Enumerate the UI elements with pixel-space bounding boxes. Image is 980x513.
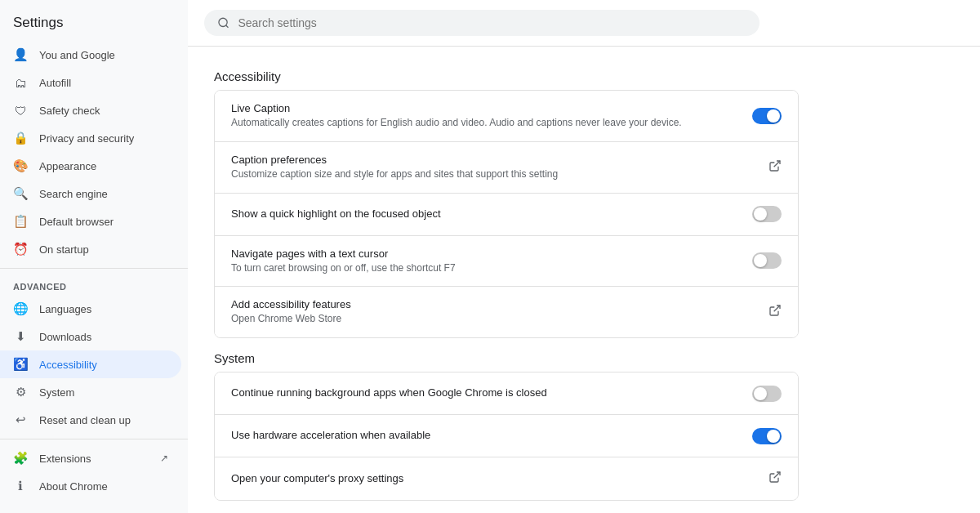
settings-row-hardware-acceleration[interactable]: Use hardware acceleration when available: [215, 415, 798, 457]
continue-running-text: Continue running background apps when Go…: [231, 386, 752, 400]
sidebar-item-default-browser[interactable]: 📋 Default browser: [0, 207, 181, 235]
appearance-label: Appearance: [39, 160, 96, 172]
privacy-and-security-icon: 🔒: [13, 131, 28, 145]
continue-running-toggle[interactable]: [752, 386, 782, 402]
on-startup-icon: ⏰: [13, 242, 28, 256]
autofill-label: Autofill: [39, 77, 71, 89]
sidebar-item-languages[interactable]: 🌐 Languages: [0, 295, 181, 323]
sidebar-item-system[interactable]: ⚙ System: [0, 378, 181, 406]
extensions-external-icon: ↗: [160, 453, 168, 464]
sidebar-item-reset-and-clean-up[interactable]: ↩ Reset and clean up: [0, 406, 181, 434]
languages-icon: 🌐: [13, 301, 28, 316]
safety-check-icon: 🛡: [13, 103, 28, 118]
svg-line-2: [774, 161, 780, 167]
live-caption-action: [752, 108, 782, 124]
search-engine-icon: 🔍: [13, 186, 28, 201]
navigate-pages-toggle[interactable]: [752, 252, 782, 269]
svg-line-4: [774, 472, 780, 478]
settings-row-caption-preferences[interactable]: Caption preferences Customize caption si…: [215, 142, 798, 194]
live-caption-desc: Automatically creates captions for Engli…: [231, 116, 739, 130]
sidebar-divider: [0, 268, 188, 269]
content-area: Accessibility Live Caption Automatically…: [188, 47, 825, 513]
appearance-icon: 🎨: [13, 158, 28, 173]
about-chrome-icon: ℹ: [13, 479, 28, 493]
sidebar-item-safety-check[interactable]: 🛡 Safety check: [0, 96, 181, 124]
sidebar-item-you-and-google[interactable]: 👤 You and Google: [0, 41, 181, 69]
continue-running-title: Continue running background apps when Go…: [231, 386, 739, 399]
reset-and-clean-up-label: Reset and clean up: [39, 414, 131, 426]
settings-row-add-accessibility-features[interactable]: Add accessibility features Open Chrome W…: [215, 287, 798, 337]
add-accessibility-features-external-link-icon[interactable]: [768, 304, 782, 320]
caption-preferences-title: Caption preferences: [231, 154, 755, 166]
sidebar-item-privacy-and-security[interactable]: 🔒 Privacy and security: [0, 124, 181, 152]
hardware-acceleration-text: Use hardware acceleration when available: [231, 429, 752, 443]
system-label: System: [39, 386, 74, 399]
sidebar: Settings 👤 You and Google 🗂 Autofill 🛡 S…: [0, 0, 188, 513]
sidebar-item-downloads[interactable]: ⬇ Downloads: [0, 323, 181, 350]
search-icon: [217, 16, 229, 29]
live-caption-toggle[interactable]: [752, 108, 782, 124]
sidebar-item-extensions[interactable]: 🧩 Extensions ↗: [0, 444, 181, 472]
accessibility-section-header: Accessibility: [214, 69, 799, 83]
accessibility-label: Accessibility: [39, 359, 97, 371]
on-startup-label: On startup: [39, 243, 89, 256]
extensions-label: Extensions: [39, 453, 91, 465]
proxy-settings-action: [768, 471, 782, 487]
settings-row-navigate-pages[interactable]: Navigate pages with a text cursor To tur…: [215, 236, 798, 288]
proxy-settings-external-link-icon[interactable]: [768, 471, 782, 487]
extensions-icon: 🧩: [13, 451, 28, 466]
settings-row-show-quick-highlight[interactable]: Show a quick highlight on the focused ob…: [215, 194, 798, 236]
sidebar-item-about-chrome[interactable]: ℹ About Chrome: [0, 472, 181, 500]
system-card: Continue running background apps when Go…: [214, 372, 799, 501]
continue-running-action: [752, 386, 782, 402]
svg-line-1: [226, 25, 229, 28]
hardware-acceleration-toggle[interactable]: [752, 428, 782, 444]
show-quick-highlight-action: [752, 206, 782, 222]
proxy-settings-text: Open your computer's proxy settings: [231, 472, 768, 486]
add-accessibility-features-text: Add accessibility features Open Chrome W…: [231, 298, 768, 326]
navigate-pages-title: Navigate pages with a text cursor: [231, 248, 739, 260]
sidebar-item-appearance[interactable]: 🎨 Appearance: [0, 152, 181, 180]
you-and-google-icon: 👤: [13, 47, 28, 62]
search-bar: [204, 10, 760, 36]
accessibility-icon: ♿: [13, 357, 28, 372]
search-input[interactable]: [238, 16, 746, 29]
sidebar-item-on-startup[interactable]: ⏰ On startup: [0, 235, 181, 263]
sidebar-divider-2: [0, 439, 188, 439]
navigate-pages-desc: To turn caret browsing on or off, use th…: [231, 261, 739, 275]
downloads-label: Downloads: [39, 331, 91, 343]
add-accessibility-features-title: Add accessibility features: [231, 298, 755, 310]
accessibility-card: Live Caption Automatically creates capti…: [214, 90, 799, 338]
caption-preferences-external-link-icon[interactable]: [768, 159, 782, 176]
about-chrome-label: About Chrome: [39, 480, 108, 493]
downloads-icon: ⬇: [13, 329, 28, 344]
show-quick-highlight-title: Show a quick highlight on the focused ob…: [231, 207, 739, 220]
caption-preferences-action: [768, 159, 782, 176]
main-content: Accessibility Live Caption Automatically…: [188, 0, 980, 513]
show-quick-highlight-toggle[interactable]: [752, 206, 782, 222]
svg-point-0: [219, 18, 227, 26]
sidebar-item-autofill[interactable]: 🗂 Autofill: [0, 69, 181, 96]
add-accessibility-features-desc: Open Chrome Web Store: [231, 312, 755, 326]
advanced-section-label: Advanced: [0, 274, 188, 295]
navigate-pages-text: Navigate pages with a text cursor To tur…: [231, 248, 752, 275]
sidebar-item-search-engine[interactable]: 🔍 Search engine: [0, 180, 181, 207]
live-caption-title: Live Caption: [231, 102, 739, 114]
live-caption-text: Live Caption Automatically creates capti…: [231, 102, 752, 130]
navigate-pages-action: [752, 252, 782, 269]
caption-preferences-desc: Customize caption size and style for app…: [231, 167, 755, 181]
system-section-header: System: [214, 351, 799, 365]
settings-row-live-caption[interactable]: Live Caption Automatically creates capti…: [215, 91, 798, 142]
sidebar-item-accessibility[interactable]: ♿ Accessibility: [0, 350, 181, 378]
settings-row-continue-running[interactable]: Continue running background apps when Go…: [215, 372, 798, 415]
you-and-google-label: You and Google: [39, 49, 115, 61]
autofill-icon: 🗂: [13, 75, 28, 90]
caption-preferences-text: Caption preferences Customize caption si…: [231, 154, 768, 181]
proxy-settings-title: Open your computer's proxy settings: [231, 472, 755, 484]
settings-row-proxy-settings[interactable]: Open your computer's proxy settings: [215, 457, 798, 500]
app-title: Settings: [0, 8, 188, 41]
default-browser-icon: 📋: [13, 214, 28, 229]
privacy-and-security-label: Privacy and security: [39, 132, 134, 145]
search-engine-label: Search engine: [39, 188, 108, 200]
svg-line-3: [774, 306, 780, 311]
